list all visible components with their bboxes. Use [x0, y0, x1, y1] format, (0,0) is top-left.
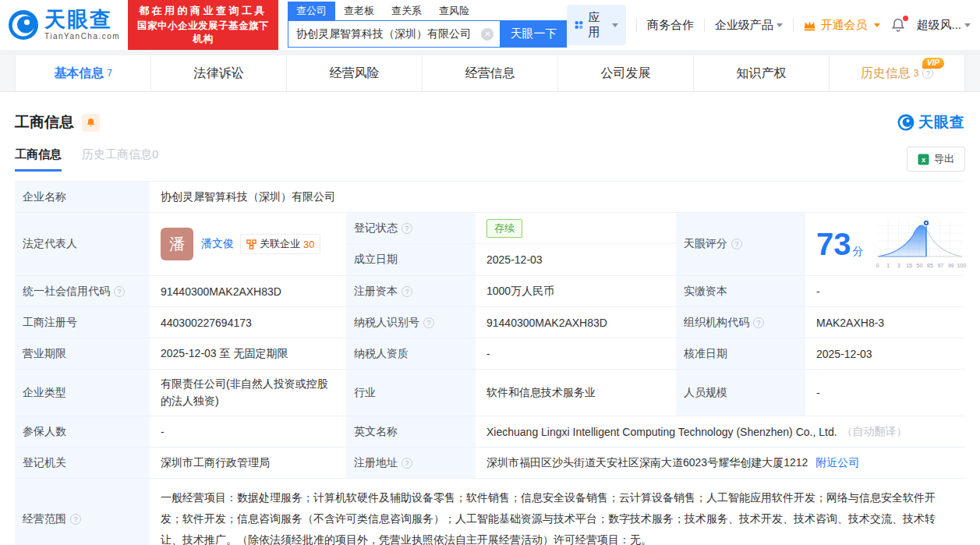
- logo-domain-text: TianYanCha.com: [44, 32, 120, 41]
- field-label-org-code: 组织机构代码 ?: [676, 307, 807, 338]
- table-row: 企业名称 协创灵犀智算科技（深圳）有限公司: [15, 182, 965, 213]
- field-value-insured: -: [151, 416, 346, 447]
- tick-label: 50: [917, 263, 923, 268]
- legal-rep-link[interactable]: 潘文俊: [201, 237, 234, 251]
- question-icon[interactable]: ?: [114, 286, 125, 297]
- score-chart: 0 1 3 15 50 85 97 99 100: [876, 218, 964, 270]
- field-label-reg-authority: 登记机关: [15, 448, 151, 478]
- score-axis-ticks: 0 1 3 15 50 85 97 99 100: [876, 263, 964, 270]
- field-label-reg-capital: 注册资本 ?: [346, 276, 477, 306]
- monitor-bell-button[interactable]: [82, 114, 100, 132]
- tab-business-info[interactable]: 经营信息: [423, 55, 558, 91]
- field-value-approval-date: 2025-12-03: [807, 338, 965, 369]
- subtab-history-business-info[interactable]: 历史工商信息0: [82, 147, 158, 172]
- subtabs: 工商信息 历史工商信息0: [15, 147, 158, 172]
- search-tab-boss[interactable]: 查老板: [335, 2, 383, 20]
- table-row: 经营范围 ? 一般经营项目：数据处理服务；计算机软硬件及辅助设备零售；软件销售；…: [15, 479, 965, 545]
- tab-label: 知识产权: [737, 65, 787, 82]
- search-button[interactable]: 天眼一下: [500, 20, 567, 48]
- nav-super-risk[interactable]: 超级风...: [916, 18, 971, 33]
- tick-label: 15: [906, 263, 912, 268]
- tab-company-development[interactable]: 公司发展: [558, 55, 694, 91]
- question-icon[interactable]: ?: [922, 68, 933, 79]
- promo-line2: 国家中小企业发展子基金旗下机构: [135, 19, 271, 46]
- search-tab-company[interactable]: 查公司: [288, 2, 335, 20]
- divider: [636, 18, 637, 32]
- export-label: 导出: [934, 152, 954, 166]
- tick-label: 85: [927, 263, 933, 268]
- field-label-approval-date: 核准日期: [676, 338, 807, 369]
- score-unit: 分: [853, 245, 864, 257]
- field-value-company-name: 协创灵犀智算科技（深圳）有限公司: [151, 182, 965, 212]
- tab-basic-info[interactable]: 基本信息 7: [15, 55, 151, 91]
- chevron-down-icon: [777, 23, 783, 27]
- tick-label: 99: [948, 263, 954, 268]
- field-value-industry: 软件和信息技术服务业: [477, 370, 676, 416]
- field-label-reg-address: 注册地址 ?: [346, 448, 477, 478]
- grid-icon: [575, 19, 583, 31]
- subtab-business-info[interactable]: 工商信息: [15, 147, 62, 172]
- question-icon[interactable]: ?: [402, 286, 412, 297]
- field-value-reg-address: 深圳市福田区沙头街道天安社区深南大道6023号耀华创建大厦1212 附近公司: [477, 448, 965, 478]
- field-value-org-code: MAK2AXH8-3: [807, 307, 965, 338]
- field-label-score: 天眼评分 ?: [676, 213, 807, 275]
- top-bar: 天眼查 TianYanCha.com 都在用的商业查询工具 国家中小企业发展子基…: [0, 0, 980, 50]
- related-companies-badge[interactable]: 关联企业 30: [240, 234, 320, 254]
- field-label-company-name: 企业名称: [15, 182, 151, 212]
- org-chart-icon: [246, 239, 256, 249]
- promo-badge: 都在用的商业查询工具 国家中小企业发展子基金旗下机构: [128, 0, 278, 50]
- tab-label: 法律诉讼: [194, 65, 244, 82]
- nav-enterprise-products[interactable]: 企业级产品: [715, 18, 783, 33]
- tab-intellectual-property[interactable]: 知识产权: [694, 55, 830, 91]
- nav-business-cooperation[interactable]: 商务合作: [647, 18, 694, 33]
- nav-business-label: 商务合作: [647, 18, 694, 33]
- score-value: 73分: [816, 228, 864, 260]
- field-label-text: 天眼评分: [684, 237, 727, 251]
- search-tab-relation[interactable]: 查关系: [383, 2, 430, 20]
- clear-icon[interactable]: ✕: [481, 28, 494, 41]
- field-value-reg-status: 存续: [477, 213, 676, 243]
- question-icon[interactable]: ?: [753, 317, 764, 328]
- table-row: 法定代表人 潘 潘文俊 关联企业 30: [15, 213, 965, 276]
- field-label-company-type: 企业类型: [15, 370, 151, 416]
- search-input[interactable]: [288, 28, 482, 41]
- related-count: 30: [303, 239, 314, 250]
- question-icon[interactable]: ?: [423, 317, 434, 328]
- search-tab-risk[interactable]: 查风险: [430, 2, 478, 20]
- notification-bell[interactable]: [890, 17, 906, 33]
- nav-apps[interactable]: 应用: [567, 5, 626, 45]
- status-badge: 存续: [486, 219, 522, 238]
- svg-text:x: x: [922, 156, 926, 164]
- tab-count: 7: [107, 68, 112, 79]
- address-text: 深圳市福田区沙头街道天安社区深南大道6023号耀华创建大厦1212: [486, 456, 808, 470]
- question-icon[interactable]: ?: [402, 458, 412, 469]
- nav-super-risk-label: 超级风...: [916, 18, 961, 33]
- field-value-business-term: 2025-12-03 至 无固定期限: [151, 338, 346, 369]
- question-icon[interactable]: ?: [731, 239, 742, 249]
- watermark-text: 天眼查: [918, 112, 965, 133]
- field-label-paid-capital: 实缴资本: [676, 276, 807, 306]
- tianyancha-logo[interactable]: 天眼查 TianYanCha.com: [8, 9, 120, 41]
- vip-badge: VIP: [922, 58, 944, 69]
- promo-line1: 都在用的商业查询工具: [135, 4, 271, 18]
- avatar[interactable]: 潘: [161, 228, 193, 260]
- field-label-industry: 行业: [346, 370, 477, 416]
- main-content: 工商信息 天眼查 工商信息 历史工商信息0 x 导出: [0, 112, 980, 545]
- question-icon[interactable]: ?: [402, 223, 412, 234]
- field-value-est-date: 2025-12-03: [477, 244, 676, 275]
- nav-open-vip[interactable]: 开通会员: [803, 18, 880, 33]
- logo-swirl-icon: [8, 9, 39, 41]
- tick-label: 1: [886, 263, 890, 268]
- field-label-english-name: 英文名称: [346, 416, 477, 447]
- export-button[interactable]: x 导出: [907, 147, 965, 172]
- tab-legal-litigation[interactable]: 法律诉讼: [151, 55, 287, 91]
- nav-enterprise-label: 企业级产品: [715, 18, 773, 33]
- related-label: 关联企业: [260, 237, 300, 251]
- field-value-staff-size: -: [807, 370, 965, 416]
- tick-label: 100: [957, 263, 966, 268]
- tab-operation-risk[interactable]: 经营风险: [287, 55, 423, 91]
- nearby-companies-link[interactable]: 附近公司: [815, 456, 859, 470]
- tab-history-info[interactable]: 历史信息 3 ? VIP: [830, 55, 965, 91]
- question-icon[interactable]: ?: [70, 514, 81, 525]
- field-value-business-scope: 一般经营项目：数据处理服务；计算机软硬件及辅助设备零售；软件销售；信息安全设备销…: [151, 479, 965, 545]
